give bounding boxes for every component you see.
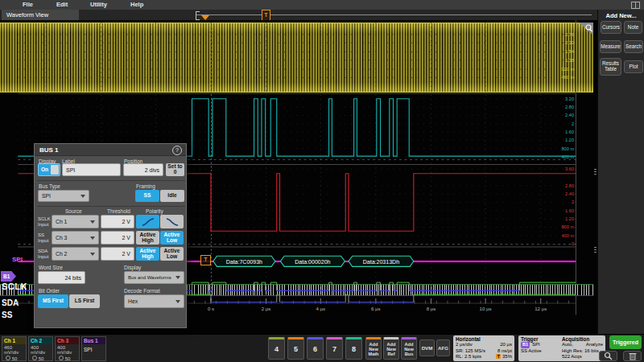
word-size-input[interactable]: 24 bits — [38, 271, 85, 284]
horizontal-panel[interactable]: Horizontal 2 µs/div20 µs SR: 125 MS/s8 n… — [453, 335, 514, 361]
ch2-badge[interactable]: Ch 2 400 mV/div 50 MHz — [28, 336, 53, 361]
channel-8-button[interactable]: 8 — [345, 337, 362, 360]
menu-edit[interactable]: Edit — [56, 1, 68, 8]
help-icon[interactable]: ? — [172, 146, 182, 155]
ch3-scale-label: 3.60 — [565, 167, 574, 171]
display-mode-dropdown[interactable]: Bus and Waveforms — [124, 271, 184, 284]
digital-label-sclk: SCLK — [2, 282, 27, 291]
ch2-scale-label: 3.20 — [565, 97, 574, 101]
dvm-button[interactable]: DVM — [419, 339, 435, 356]
source-column-header: Source — [65, 208, 82, 214]
dialog-header[interactable]: BUS 1 ? — [35, 144, 186, 156]
sclk-threshold-input[interactable]: 2 V — [101, 215, 134, 228]
ch3-scale-label: 2 — [572, 200, 574, 204]
sclk-source-dropdown[interactable]: Ch 1 — [52, 215, 99, 228]
ch2-scale-label: 2.80 — [565, 105, 574, 109]
menu-help[interactable]: Help — [130, 1, 143, 8]
bus-type-dropdown[interactable]: SPI — [38, 190, 89, 202]
ch3-scale-label: 2.40 — [565, 191, 574, 196]
time-axis-label: 8 µs — [427, 306, 436, 311]
position-input[interactable]: 2 divs — [123, 163, 163, 176]
ch3-badge[interactable]: Ch 3 400 mV/div 50 MHz — [55, 336, 80, 361]
tab-waveform-view[interactable]: Waveform View — [2, 10, 79, 20]
set-to-zero-button[interactable]: Set to 0 — [166, 163, 184, 176]
sda-source-dropdown[interactable]: Ch 2 — [52, 247, 99, 261]
ch2-scale-label: 400 m — [561, 154, 574, 159]
decode-format-dropdown[interactable]: Hex — [124, 294, 184, 308]
display2-label: Display — [124, 265, 141, 270]
trigger-panel[interactable]: Trigger B1SPI SS Active — [518, 335, 564, 361]
ss-threshold-input[interactable]: 2 V — [101, 231, 134, 245]
sda-active-low-button[interactable]: Active Low — [160, 247, 184, 261]
tab-strip: Waveform View T — [0, 10, 597, 20]
add-new-bus-button[interactable]: Add New Bus — [401, 337, 417, 360]
cursors-button[interactable]: Cursors — [601, 21, 621, 34]
bottom-bar: Ch 1 460 mV/div 50 MHz Ch 2 400 mV/div 5… — [0, 334, 644, 362]
ch2-scale-label: 2 — [572, 121, 574, 126]
trash-button[interactable] — [623, 351, 642, 361]
channel-4-button[interactable]: 4 — [268, 337, 285, 360]
ch1-badge[interactable]: Ch 1 460 mV/div 50 MHz — [2, 336, 27, 361]
falling-edge-icon — [165, 217, 180, 227]
display-toggle[interactable]: On — [38, 163, 60, 176]
overview-trigger-handle[interactable]: T — [262, 10, 270, 21]
rising-edge-icon — [141, 217, 155, 227]
afg-button[interactable]: AFG — [436, 339, 450, 356]
ch1-scale-label: 2.30 — [565, 40, 574, 45]
sclk-falling-edge-button[interactable] — [160, 215, 184, 228]
probe-icon — [59, 356, 64, 360]
pane-drag-handle[interactable] — [594, 247, 597, 254]
add-new-math-button[interactable]: Add New Math — [365, 337, 382, 360]
ss-active-low-button[interactable]: Active Low — [160, 231, 184, 245]
ch3-scale-label: 0 — [572, 241, 574, 246]
sda-threshold-input[interactable]: 2 V — [101, 247, 134, 261]
overview-slider[interactable] — [196, 14, 592, 15]
note-button[interactable]: Note — [624, 21, 642, 34]
probe-icon — [32, 356, 37, 360]
menu-utility[interactable]: Utility — [90, 1, 107, 8]
window-grid-icon[interactable] — [631, 2, 640, 9]
trigger-marker-icon[interactable]: T — [200, 255, 211, 265]
results-table-button[interactable]: Results Table — [600, 58, 621, 76]
search-button[interactable]: Search — [624, 40, 643, 53]
plot-button[interactable]: Plot — [624, 60, 643, 73]
time-axis-label: 4 µs — [316, 306, 325, 311]
ss-active-high-button[interactable]: Active High — [136, 231, 159, 245]
channel-7-button[interactable]: 7 — [326, 337, 343, 360]
ch1-scale-label: 460 m — [561, 75, 574, 80]
bus-label[interactable]: SPI — [12, 256, 23, 263]
ch3-scale-label: 800 m — [561, 224, 574, 229]
bus-config-dialog: BUS 1 ? Display Label Position On SPI 2 … — [34, 143, 187, 328]
pane-drag-handle[interactable] — [594, 169, 597, 176]
overview-left-bracket — [196, 11, 200, 20]
sda-active-high-button[interactable]: Active High — [136, 247, 159, 261]
framing-idle-button[interactable]: Idle — [160, 190, 184, 202]
menu-file[interactable]: File — [23, 1, 33, 8]
polarity-column-header: Polarity — [146, 208, 163, 214]
label-input[interactable]: SPI — [62, 163, 121, 176]
ss-source-dropdown[interactable]: Ch 3 — [52, 231, 99, 245]
channel-6-button[interactable]: 6 — [307, 337, 324, 360]
ms-first-button[interactable]: MS First — [38, 294, 68, 308]
ch3-scale-label: 1.60 — [565, 208, 574, 213]
ls-first-button[interactable]: LS First — [69, 294, 100, 308]
sclk-rising-edge-button[interactable] — [136, 215, 159, 228]
bus1-badge[interactable]: Bus 1 SPI — [81, 336, 106, 361]
bus-decode-value: Data:000020h — [295, 259, 330, 265]
ch1-scale-label: 1.38 — [565, 58, 574, 63]
ss-input-label: SS Input — [38, 232, 52, 244]
ch3-scale-label: 2.80 — [565, 183, 574, 188]
sclk-input-label: SCLK Input — [38, 216, 52, 228]
box-zoom-button[interactable] — [599, 351, 617, 361]
measure-button[interactable]: Measure — [600, 40, 621, 53]
ch1-scale-label: 2.76 — [565, 32, 574, 37]
ch2-scale-label: 2.40 — [565, 113, 574, 117]
magnifier-icon — [604, 352, 613, 360]
channel-5-button[interactable]: 5 — [287, 337, 304, 360]
framing-ss-button[interactable]: SS — [135, 190, 159, 202]
toggle-knob — [51, 165, 59, 175]
chevron-down-icon — [90, 237, 95, 240]
add-new-ref-button[interactable]: Add New Ref — [383, 337, 399, 360]
bus-decode-value: Data:20313Dh — [363, 259, 399, 265]
bus-type-label: Bus Type — [39, 183, 60, 189]
